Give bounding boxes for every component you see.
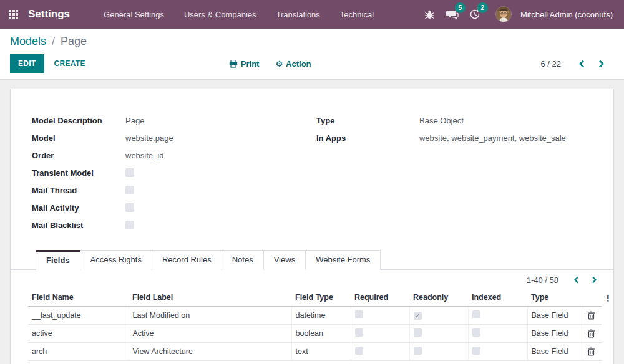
optional-columns-toggle-icon[interactable]: ⋮ — [604, 294, 612, 302]
field-mail-thread: Mail Thread — [32, 181, 306, 199]
form-right-group: Type Base Object In Apps website, websit… — [316, 112, 601, 234]
indexed-checkbox[interactable] — [472, 347, 480, 355]
user-menu[interactable]: Mitchell Admin (coconuts) — [520, 10, 613, 19]
column-type[interactable]: Type — [527, 289, 583, 307]
tab-views[interactable]: Views — [264, 250, 306, 270]
chevron-right-icon — [598, 60, 605, 68]
transient-model-checkbox[interactable] — [125, 168, 134, 177]
field-model: Model website.page — [32, 129, 306, 146]
trash-icon — [587, 311, 595, 320]
chevron-right-icon — [592, 276, 597, 284]
cell-field-name[interactable]: __last_update — [28, 307, 129, 325]
field-label: Model Description — [32, 116, 125, 125]
column-required[interactable]: Required — [351, 289, 409, 307]
cell-type[interactable]: Base Field — [527, 343, 583, 361]
breadcrumb-current: Page — [61, 35, 87, 47]
required-checkbox[interactable] — [355, 310, 363, 318]
breadcrumb-models-link[interactable]: Models — [10, 35, 46, 47]
table-row[interactable]: __last_update Last Modified on datetime … — [28, 307, 602, 325]
list-pager-next-button[interactable] — [588, 275, 601, 285]
column-indexed[interactable]: Indexed — [468, 289, 527, 307]
tab-fields[interactable]: Fields — [36, 250, 80, 270]
field-label: Mail Activity — [32, 203, 125, 213]
field-value: website_id — [125, 151, 163, 160]
required-checkbox[interactable] — [355, 328, 363, 337]
menu-technical[interactable]: Technical — [333, 6, 381, 23]
menu-general-settings[interactable]: General Settings — [96, 6, 172, 23]
column-delete — [583, 289, 602, 307]
mail-thread-checkbox[interactable] — [125, 186, 134, 194]
pager-value: 6 / 22 — [540, 59, 561, 69]
activities-badge: 2 — [477, 2, 488, 13]
cell-field-type[interactable]: boolean — [291, 325, 351, 343]
delete-row-button[interactable] — [587, 347, 595, 356]
print-button[interactable]: Print — [229, 59, 260, 69]
form-sheet: Model Description Page Model website.pag… — [10, 89, 614, 364]
cell-field-type[interactable]: datetime — [291, 307, 351, 325]
indexed-checkbox[interactable] — [472, 328, 480, 337]
column-field-label[interactable]: Field Label — [129, 289, 291, 307]
cell-field-name[interactable]: arch — [28, 343, 129, 361]
menu-users-companies[interactable]: Users & Companies — [177, 6, 264, 23]
tab-access-rights[interactable]: Access Rights — [80, 250, 152, 270]
delete-row-button[interactable] — [587, 311, 595, 320]
cell-readonly — [409, 325, 468, 343]
debug-bug-icon[interactable] — [422, 7, 438, 22]
field-label: Mail Blacklist — [32, 221, 125, 230]
create-button[interactable]: CREATE — [54, 59, 85, 68]
readonly-checkbox[interactable] — [414, 347, 422, 355]
cell-field-label[interactable]: View Architecture — [129, 343, 291, 361]
column-field-name[interactable]: Field Name — [28, 289, 129, 307]
pager-previous-button[interactable] — [575, 59, 588, 69]
tab-notes[interactable]: Notes — [222, 250, 264, 270]
apps-menu-icon[interactable] — [9, 10, 18, 19]
delete-row-button[interactable] — [587, 329, 595, 338]
cell-indexed — [468, 343, 527, 361]
field-model-description: Model Description Page — [32, 112, 306, 129]
field-mail-blacklist: Mail Blacklist — [32, 216, 306, 234]
readonly-checkbox[interactable] — [414, 312, 422, 320]
menu-translations[interactable]: Translations — [269, 6, 328, 23]
column-field-type[interactable]: Field Type — [291, 289, 351, 307]
action-button[interactable]: ⚙ Action — [275, 59, 311, 69]
edit-button[interactable]: EDIT — [10, 54, 44, 73]
table-row[interactable]: arch View Architecture text Base Field — [28, 343, 602, 361]
indexed-checkbox[interactable] — [472, 310, 480, 318]
cell-field-label[interactable]: Active — [129, 325, 291, 343]
cell-readonly — [409, 307, 468, 325]
field-label: In Apps — [316, 133, 419, 143]
cell-field-name[interactable]: active — [28, 325, 129, 343]
cell-field-type[interactable]: text — [291, 343, 351, 361]
field-label: Transient Model — [32, 168, 125, 178]
fields-list-pane: 1-40 / 58 ⋮ Field Name Field — [11, 270, 613, 361]
cell-type[interactable]: Base Field — [527, 325, 583, 343]
field-transient-model: Transient Model — [32, 164, 306, 181]
mail-blacklist-checkbox[interactable] — [125, 221, 134, 229]
activities-button[interactable]: 2 — [467, 7, 483, 22]
messages-badge: 5 — [455, 2, 466, 13]
topbar-systray: 5 2 Mitchell Admin (coconuts) — [422, 6, 615, 22]
tab-website-forms[interactable]: Website Forms — [306, 250, 381, 270]
cell-field-label[interactable]: Last Modified on — [129, 307, 291, 325]
print-label: Print — [241, 59, 260, 69]
messages-button[interactable]: 5 — [444, 7, 461, 22]
breadcrumb-separator: / — [52, 35, 55, 47]
field-value: website, website_payment, website_sale — [419, 133, 566, 143]
field-type: Type Base Object — [316, 112, 601, 129]
field-label: Type — [316, 116, 419, 125]
mail-activity-checkbox[interactable] — [125, 203, 134, 212]
tab-record-rules[interactable]: Record Rules — [152, 250, 222, 270]
pager-next-button[interactable] — [595, 59, 608, 69]
app-name[interactable]: Settings — [28, 8, 70, 21]
field-mail-activity: Mail Activity — [32, 199, 306, 216]
column-readonly[interactable]: Readonly — [409, 289, 468, 307]
top-navbar: Settings General Settings Users & Compan… — [0, 0, 624, 29]
avatar[interactable] — [495, 6, 512, 22]
cell-type[interactable]: Base Field — [527, 307, 583, 325]
readonly-checkbox[interactable] — [414, 328, 422, 337]
required-checkbox[interactable] — [355, 347, 363, 355]
record-pager: 6 / 22 — [540, 59, 608, 69]
control-panel: Models / Page EDIT CREATE Print ⚙ Action… — [0, 29, 624, 80]
list-pager-previous-button[interactable] — [570, 275, 583, 285]
table-row[interactable]: active Active boolean Base Field — [28, 325, 602, 343]
